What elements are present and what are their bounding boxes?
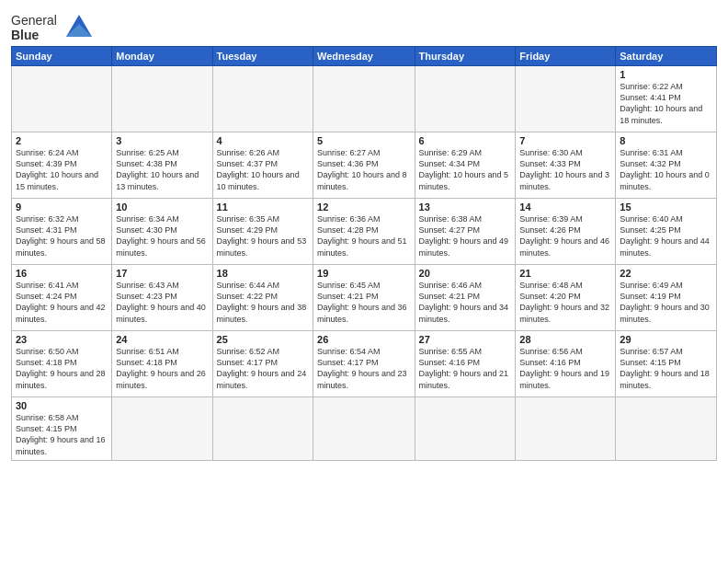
calendar-cell — [516, 397, 616, 461]
calendar-cell: 4Sunrise: 6:26 AM Sunset: 4:37 PM Daylig… — [212, 132, 313, 199]
calendar-cell: 24Sunrise: 6:51 AM Sunset: 4:18 PM Dayli… — [112, 331, 212, 397]
calendar-cell: 30Sunrise: 6:58 AM Sunset: 4:15 PM Dayli… — [12, 397, 112, 461]
week-row-6: 30Sunrise: 6:58 AM Sunset: 4:15 PM Dayli… — [12, 397, 717, 461]
calendar-cell — [616, 397, 717, 461]
day-number: 20 — [419, 268, 512, 279]
day-info: Sunrise: 6:34 AM Sunset: 4:30 PM Dayligh… — [116, 213, 208, 259]
day-number: 15 — [620, 201, 712, 213]
day-number: 28 — [519, 334, 611, 345]
day-info: Sunrise: 6:46 AM Sunset: 4:21 PM Dayligh… — [419, 280, 512, 325]
day-number: 8 — [620, 135, 712, 146]
day-number: 29 — [620, 334, 712, 345]
page: General Blue SundayMondayTuesdayWednesda… — [0, 0, 728, 563]
calendar-cell: 7Sunrise: 6:30 AM Sunset: 4:33 PM Daylig… — [516, 132, 616, 199]
calendar-cell: 16Sunrise: 6:41 AM Sunset: 4:24 PM Dayli… — [12, 265, 112, 331]
day-info: Sunrise: 6:43 AM Sunset: 4:23 PM Dayligh… — [116, 280, 208, 325]
calendar-cell: 18Sunrise: 6:44 AM Sunset: 4:22 PM Dayli… — [212, 265, 313, 331]
day-info: Sunrise: 6:50 AM Sunset: 4:18 PM Dayligh… — [16, 346, 108, 391]
day-info: Sunrise: 6:40 AM Sunset: 4:25 PM Dayligh… — [620, 213, 712, 259]
calendar-cell: 27Sunrise: 6:55 AM Sunset: 4:16 PM Dayli… — [415, 331, 516, 397]
day-number: 10 — [116, 201, 208, 213]
day-number: 6 — [419, 135, 512, 146]
calendar-cell — [112, 397, 212, 461]
day-info: Sunrise: 6:44 AM Sunset: 4:22 PM Dayligh… — [217, 280, 309, 325]
day-number: 17 — [116, 268, 208, 279]
weekday-header-wednesday: Wednesday — [313, 47, 415, 66]
week-row-5: 23Sunrise: 6:50 AM Sunset: 4:18 PM Dayli… — [12, 331, 717, 397]
day-info: Sunrise: 6:38 AM Sunset: 4:27 PM Dayligh… — [419, 213, 512, 259]
header: General Blue — [11, 9, 717, 42]
day-info: Sunrise: 6:54 AM Sunset: 4:17 PM Dayligh… — [317, 346, 410, 391]
day-info: Sunrise: 6:22 AM Sunset: 4:41 PM Dayligh… — [620, 81, 712, 126]
calendar-cell — [313, 66, 415, 132]
day-info: Sunrise: 6:36 AM Sunset: 4:28 PM Dayligh… — [317, 213, 410, 259]
day-info: Sunrise: 6:24 AM Sunset: 4:39 PM Dayligh… — [16, 147, 108, 192]
calendar-cell: 29Sunrise: 6:57 AM Sunset: 4:15 PM Dayli… — [616, 331, 717, 397]
day-number: 23 — [16, 334, 108, 345]
calendar-cell — [516, 66, 616, 132]
day-number: 1 — [620, 69, 712, 80]
day-number: 13 — [419, 201, 512, 213]
logo-text: General Blue — [11, 13, 57, 42]
calendar-cell: 3Sunrise: 6:25 AM Sunset: 4:38 PM Daylig… — [112, 132, 212, 199]
calendar-cell — [112, 66, 212, 132]
day-info: Sunrise: 6:32 AM Sunset: 4:31 PM Dayligh… — [16, 213, 108, 259]
calendar-cell — [313, 397, 415, 461]
day-info: Sunrise: 6:41 AM Sunset: 4:24 PM Dayligh… — [16, 280, 108, 325]
day-info: Sunrise: 6:35 AM Sunset: 4:29 PM Dayligh… — [217, 213, 309, 259]
day-number: 19 — [317, 268, 410, 279]
day-number: 26 — [317, 334, 410, 345]
day-number: 7 — [519, 135, 611, 146]
day-number: 11 — [217, 201, 309, 213]
calendar-cell: 19Sunrise: 6:45 AM Sunset: 4:21 PM Dayli… — [313, 265, 415, 331]
calendar-cell: 17Sunrise: 6:43 AM Sunset: 4:23 PM Dayli… — [112, 265, 212, 331]
day-info: Sunrise: 6:58 AM Sunset: 4:15 PM Dayligh… — [16, 412, 108, 457]
calendar-cell: 25Sunrise: 6:52 AM Sunset: 4:17 PM Dayli… — [212, 331, 313, 397]
calendar-cell: 22Sunrise: 6:49 AM Sunset: 4:19 PM Dayli… — [616, 265, 717, 331]
calendar-cell: 12Sunrise: 6:36 AM Sunset: 4:28 PM Dayli… — [313, 199, 415, 265]
day-number: 24 — [116, 334, 208, 345]
calendar-cell: 28Sunrise: 6:56 AM Sunset: 4:16 PM Dayli… — [516, 331, 616, 397]
logo: General Blue — [11, 9, 94, 42]
day-number: 14 — [519, 201, 611, 213]
weekday-header-monday: Monday — [112, 47, 212, 66]
weekday-header-sunday: Sunday — [12, 47, 112, 66]
day-info: Sunrise: 6:31 AM Sunset: 4:32 PM Dayligh… — [620, 147, 712, 192]
calendar: SundayMondayTuesdayWednesdayThursdayFrid… — [11, 46, 717, 461]
calendar-cell: 11Sunrise: 6:35 AM Sunset: 4:29 PM Dayli… — [212, 199, 313, 265]
calendar-cell: 5Sunrise: 6:27 AM Sunset: 4:36 PM Daylig… — [313, 132, 415, 199]
day-info: Sunrise: 6:39 AM Sunset: 4:26 PM Dayligh… — [519, 213, 611, 259]
day-number: 30 — [16, 400, 108, 411]
calendar-cell: 13Sunrise: 6:38 AM Sunset: 4:27 PM Dayli… — [415, 199, 516, 265]
day-number: 21 — [519, 268, 611, 279]
day-number: 2 — [16, 135, 108, 146]
day-info: Sunrise: 6:29 AM Sunset: 4:34 PM Dayligh… — [419, 147, 512, 192]
day-number: 18 — [217, 268, 309, 279]
weekday-header-saturday: Saturday — [616, 47, 717, 66]
calendar-cell: 14Sunrise: 6:39 AM Sunset: 4:26 PM Dayli… — [516, 199, 616, 265]
day-info: Sunrise: 6:56 AM Sunset: 4:16 PM Dayligh… — [519, 346, 611, 391]
calendar-cell: 15Sunrise: 6:40 AM Sunset: 4:25 PM Dayli… — [616, 199, 717, 265]
day-info: Sunrise: 6:26 AM Sunset: 4:37 PM Dayligh… — [217, 147, 309, 192]
weekday-header-row: SundayMondayTuesdayWednesdayThursdayFrid… — [12, 47, 717, 66]
calendar-cell — [212, 397, 313, 461]
calendar-cell: 20Sunrise: 6:46 AM Sunset: 4:21 PM Dayli… — [415, 265, 516, 331]
day-number: 3 — [116, 135, 208, 146]
day-info: Sunrise: 6:27 AM Sunset: 4:36 PM Dayligh… — [317, 147, 410, 192]
day-number: 25 — [217, 334, 309, 345]
calendar-cell: 9Sunrise: 6:32 AM Sunset: 4:31 PM Daylig… — [12, 199, 112, 265]
calendar-cell — [12, 66, 112, 132]
calendar-cell: 10Sunrise: 6:34 AM Sunset: 4:30 PM Dayli… — [112, 199, 212, 265]
day-number: 5 — [317, 135, 410, 146]
calendar-cell — [212, 66, 313, 132]
week-row-2: 2Sunrise: 6:24 AM Sunset: 4:39 PM Daylig… — [12, 132, 717, 199]
calendar-cell: 8Sunrise: 6:31 AM Sunset: 4:32 PM Daylig… — [616, 132, 717, 199]
weekday-header-friday: Friday — [516, 47, 616, 66]
day-number: 16 — [16, 268, 108, 279]
calendar-cell: 6Sunrise: 6:29 AM Sunset: 4:34 PM Daylig… — [415, 132, 516, 199]
day-number: 9 — [16, 201, 108, 213]
weekday-header-tuesday: Tuesday — [212, 47, 313, 66]
day-info: Sunrise: 6:51 AM Sunset: 4:18 PM Dayligh… — [116, 346, 208, 391]
day-number: 4 — [217, 135, 309, 146]
day-info: Sunrise: 6:45 AM Sunset: 4:21 PM Dayligh… — [317, 280, 410, 325]
